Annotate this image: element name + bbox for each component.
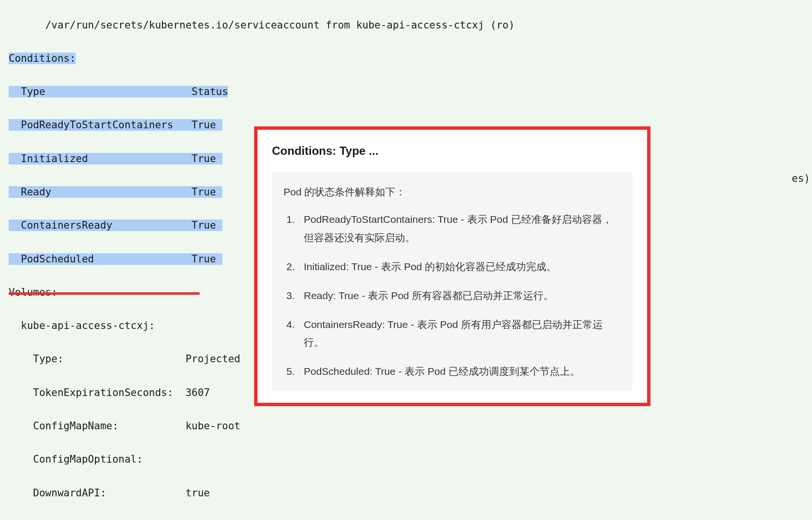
- condition-row: PodScheduled True: [9, 253, 222, 265]
- popup-list-item: 3.Ready: True - 表示 Pod 所有容器都已启动并正常运行。: [299, 287, 621, 305]
- condition-row: PodReadyToStartContainers True: [9, 119, 222, 131]
- truncated-text-right: es): [792, 170, 810, 187]
- conditions-columns: Type Status: [9, 86, 228, 97]
- condition-row: ContainersReady True: [9, 219, 222, 231]
- condition-row: Initialized True: [9, 153, 222, 164]
- condition-row: Ready True: [9, 186, 222, 198]
- popup-intro-text: Pod 的状态条件解释如下：: [284, 183, 621, 201]
- popup-list-item: 1.PodReadyToStartContainers: True - 表示 P…: [299, 210, 621, 247]
- conditions-header: Conditions:: [9, 53, 76, 64]
- popup-list-item: 4.ContainersReady: True - 表示 Pod 所有用户容器都…: [299, 315, 621, 352]
- popup-body: Pod 的状态条件解释如下： 1.PodReadyToStartContaine…: [272, 172, 633, 391]
- popup-title: Conditions: Type ...: [272, 141, 633, 161]
- mount-path-line: /var/run/secrets/kubernetes.io/serviceac…: [9, 17, 803, 34]
- qos-class: QoS Class: BestEffo: [9, 518, 803, 520]
- volumes-header-struck: Volumes:: [9, 284, 57, 301]
- volume-downward-api: DownwardAPI: true: [9, 485, 803, 502]
- popup-condition-list: 1.PodReadyToStartContainers: True - 表示 P…: [284, 210, 621, 381]
- volume-configmap-name: ConfigMapName: kube-root: [9, 418, 803, 435]
- volume-configmap-optional: ConfigMapOptional:: [9, 451, 803, 468]
- explanation-popup: Conditions: Type ... Pod 的状态条件解释如下： 1.Po…: [254, 126, 650, 406]
- popup-list-item: 2.Initialized: True - 表示 Pod 的初始化容器已经成功完…: [299, 258, 621, 276]
- popup-list-item: 5.PodScheduled: True - 表示 Pod 已经成功调度到某个节…: [299, 362, 621, 381]
